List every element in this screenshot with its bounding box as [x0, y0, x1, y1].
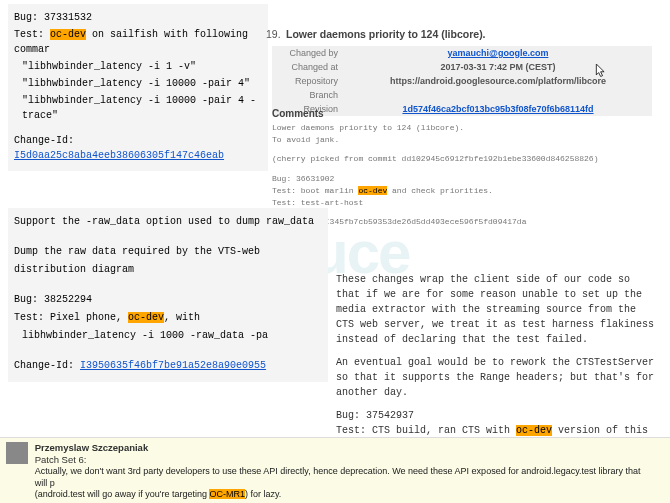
- comments-body: Lower daemons priority to 124 (libcore).…: [272, 122, 652, 228]
- item-number: 19.: [266, 28, 281, 40]
- patch-set-label: Patch Set 6:: [35, 454, 655, 465]
- revision-link[interactable]: 1d574f46ca2bcf013bc95b3f08fe70f6b68114fd: [402, 104, 593, 114]
- change-id-line: Change-Id: I5d0aa25c8aba4eeb38606305f147…: [14, 133, 262, 163]
- bug-line: Bug: 38252294: [14, 292, 322, 308]
- avatar: [6, 442, 28, 464]
- cmd-line: "libhwbinder_latency -i 1 -v": [14, 59, 262, 74]
- desc-para: An eventual goal would be to rework the …: [336, 355, 658, 400]
- commit-block-b: Support the -raw_data option used to dum…: [8, 208, 328, 382]
- table-row: Repositoryhttps://android.googlesource.c…: [272, 74, 652, 88]
- highlight-ocdev: oc-dev: [516, 425, 552, 436]
- desc-line: distribution diagram: [14, 262, 322, 278]
- bug-line: Bug: 37331532: [14, 10, 262, 25]
- change-id-link[interactable]: I5d0aa25c8aba4eeb38606305f147c46eab: [14, 150, 224, 161]
- table-row: Changed byyamauchi@google.com: [272, 46, 652, 60]
- change-id-link[interactable]: I3950635f46bf7be91a52e8a90e0955: [80, 360, 266, 371]
- test-line: Test: oc-dev on sailfish with following …: [14, 27, 262, 57]
- table-row: Changed at2017-03-31 7:42 PM (CEST): [272, 60, 652, 74]
- comment-body: Actually, we don't want 3rd party develo…: [35, 466, 655, 501]
- highlight-ocdev: oc-dev: [358, 186, 387, 195]
- metadata-table: Changed byyamauchi@google.com Changed at…: [272, 46, 652, 116]
- bug-line: Bug: 37542937: [336, 408, 658, 423]
- desc-para: These changes wrap the client side of ou…: [336, 272, 658, 347]
- comment-author[interactable]: Przemyslaw Szczepaniak: [35, 442, 655, 453]
- desc-line: Support the -raw_data option used to dum…: [14, 214, 322, 230]
- highlight-ocdev: oc-dev: [128, 312, 164, 323]
- highlight-ocmr1: OC-MR1: [209, 489, 245, 499]
- table-row: Branch: [272, 88, 652, 102]
- repo-link[interactable]: https://android.googlesource.com/platfor…: [390, 76, 606, 86]
- change-id-line: Change-Id: I3950635f46bf7be91a52e8a90e09…: [14, 358, 322, 374]
- commit-block-a: Bug: 37331532 Test: oc-dev on sailfish w…: [8, 4, 268, 171]
- comments-heading: Comments: [272, 108, 324, 119]
- review-comment: Przemyslaw Szczepaniak Patch Set 6: Actu…: [0, 437, 670, 503]
- commit-title: Lower daemons priority to 124 (libcore).: [286, 28, 486, 40]
- author-link[interactable]: yamauchi@google.com: [448, 48, 549, 58]
- cmd-line: "libhwbinder_latency -i 10000 -pair 4": [14, 76, 262, 91]
- cmd-line: libhwbinder_latency -i 1000 -raw_data -p…: [14, 328, 322, 344]
- cmd-line: "libhwbinder_latency -i 10000 -pair 4 -t…: [14, 93, 262, 123]
- table-row: Revision1d574f46ca2bcf013bc95b3f08fe70f6…: [272, 102, 652, 116]
- highlight-ocdev: oc-dev: [50, 29, 86, 40]
- desc-line: Dump the raw data required by the VTS-we…: [14, 244, 322, 260]
- test-line: Test: Pixel phone, oc-dev, with: [14, 310, 322, 326]
